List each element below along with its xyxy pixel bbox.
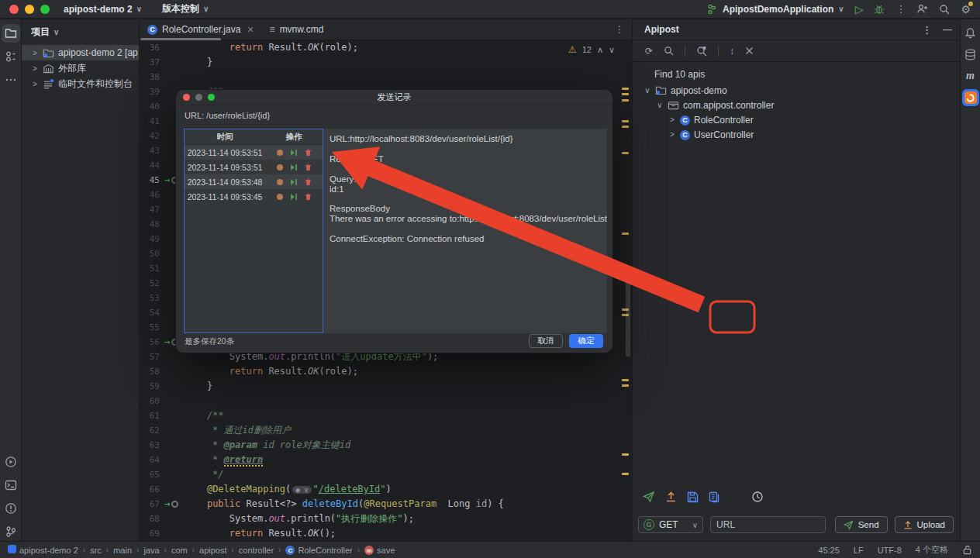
record-status-icon[interactable] xyxy=(277,164,283,170)
close-tab-icon[interactable]: ✕ xyxy=(247,25,254,35)
line-number[interactable]: 60 xyxy=(140,394,160,408)
delete-record-icon[interactable] xyxy=(305,178,312,186)
chevron-right-icon[interactable]: > xyxy=(31,49,39,57)
line-number[interactable]: 51 xyxy=(140,261,160,276)
inspections-widget[interactable]: ⚠ 12 ∧ ∨ xyxy=(568,44,615,55)
tab-mvnw-cmd[interactable]: ≡ mvnw.cmd xyxy=(262,19,332,40)
line-number[interactable]: 64 xyxy=(140,453,160,467)
cancel-button[interactable]: 取消 xyxy=(529,334,563,348)
line-number[interactable]: 56 xyxy=(140,335,160,350)
breadcrumb-item[interactable]: src xyxy=(90,546,102,555)
line-number[interactable]: 68 xyxy=(140,512,160,526)
code-line[interactable]: 37 } xyxy=(140,55,632,70)
api-tree-item[interactable]: >CRoleController xyxy=(633,112,960,127)
replay-icon[interactable] xyxy=(290,193,298,201)
code-line[interactable]: 65 */ xyxy=(140,467,632,482)
project-toolwindow-button[interactable] xyxy=(2,24,20,43)
code-text[interactable]: } xyxy=(185,379,212,394)
chevron-right-icon[interactable]: > xyxy=(668,115,676,124)
code-line[interactable]: 58 return Result.OK(role); xyxy=(140,364,632,379)
line-number[interactable]: 61 xyxy=(140,408,160,423)
run-toolwindow-button[interactable] xyxy=(2,453,20,471)
line-number[interactable]: 58 xyxy=(140,364,160,379)
dialog-zoom-button[interactable] xyxy=(208,94,215,101)
vcs-menu[interactable]: 版本控制 ∨ xyxy=(162,2,209,16)
line-number[interactable]: 37 xyxy=(140,55,160,70)
run-line-arrow-icon[interactable]: → xyxy=(164,497,170,512)
breadcrumb-item[interactable]: java xyxy=(143,546,159,555)
upload-button[interactable]: Upload xyxy=(895,516,954,533)
panel-options-menu[interactable]: ⋮ xyxy=(922,24,932,36)
line-number[interactable]: 66 xyxy=(140,482,160,497)
code-text[interactable]: return Result.OK(role); xyxy=(185,40,358,55)
send-button[interactable]: Send xyxy=(835,516,888,533)
code-text[interactable]: return Result.OK(); xyxy=(185,526,336,541)
line-number[interactable]: 57 xyxy=(140,350,160,364)
code-text[interactable]: * @return xyxy=(185,453,263,467)
code-text[interactable]: */ xyxy=(185,467,224,482)
vcs-toolwindow-button[interactable] xyxy=(2,522,20,541)
refresh-icon[interactable]: ⟳ xyxy=(645,46,653,57)
breadcrumb-item[interactable]: com xyxy=(171,546,188,555)
record-status-icon[interactable] xyxy=(277,150,283,156)
line-number[interactable]: 36 xyxy=(140,40,160,55)
project-selector[interactable]: apipost-demo 2 ∨ xyxy=(64,4,142,15)
breadcrumb-item[interactable]: controller xyxy=(239,546,274,555)
maximize-window-button[interactable] xyxy=(40,5,50,14)
code-text[interactable]: @DeleteMapping(◉ ∨"/deleteById") xyxy=(185,482,392,497)
breadcrumb-item[interactable]: apipost xyxy=(199,546,226,555)
replay-icon[interactable] xyxy=(290,178,298,186)
code-line[interactable]: 36 return Result.OK(role); xyxy=(140,40,632,55)
run-button[interactable]: ▷ xyxy=(855,4,864,15)
locate-api-icon[interactable] xyxy=(696,46,707,57)
history-row[interactable]: 2023-11-14 09:53:51 xyxy=(185,145,323,160)
history-row[interactable]: 2023-11-14 09:53:45 xyxy=(185,189,323,204)
line-number[interactable]: 45 xyxy=(140,173,160,188)
expand-all-icon[interactable]: ↕ xyxy=(730,46,734,57)
code-line[interactable]: 38 xyxy=(140,70,632,84)
line-number[interactable]: 69 xyxy=(140,526,160,541)
url-input[interactable]: URL xyxy=(710,516,826,533)
code-line[interactable]: 62 * 通过id删除用户 xyxy=(140,423,632,438)
line-number[interactable]: 53 xyxy=(140,291,160,305)
code-text[interactable]: public Result<?> deleteById(@RequestPara… xyxy=(185,497,504,512)
breadcrumb-item[interactable]: CRoleController xyxy=(285,545,352,556)
search-icon[interactable] xyxy=(939,4,950,15)
breadcrumb-item[interactable]: main xyxy=(113,546,132,555)
chevron-down-icon[interactable]: ∨ xyxy=(644,86,651,95)
code-text[interactable]: return Result.OK(role); xyxy=(185,364,358,379)
line-number[interactable]: 67 xyxy=(140,497,160,512)
database-toolwindow-button[interactable] xyxy=(962,46,979,63)
problems-toolwindow-button[interactable] xyxy=(2,499,20,518)
line-number[interactable]: 65 xyxy=(140,467,160,482)
line-number[interactable]: 49 xyxy=(140,232,160,246)
chevron-right-icon[interactable]: > xyxy=(668,130,676,139)
chevron-down-icon[interactable]: ∨ xyxy=(656,101,664,109)
code-line[interactable]: 61 /** xyxy=(140,408,632,423)
code-line[interactable]: 68 System.out.println("执行删除操作"); xyxy=(140,512,632,526)
line-ending[interactable]: LF xyxy=(854,546,864,555)
line-number[interactable]: 63 xyxy=(140,438,160,453)
code-line[interactable]: 64 * @return xyxy=(140,453,632,467)
ok-button[interactable]: 确定 xyxy=(569,334,603,348)
line-number[interactable]: 55 xyxy=(140,320,160,335)
project-tree-item[interactable]: >apipost-demo 2 [ap xyxy=(22,45,139,60)
collapse-all-icon[interactable] xyxy=(745,46,754,55)
apipost-send-gutter-icon[interactable] xyxy=(171,501,178,508)
line-number[interactable]: 46 xyxy=(140,188,160,202)
method-select[interactable]: G GET ∨ xyxy=(638,516,703,533)
line-number[interactable]: 43 xyxy=(140,143,160,158)
chevron-right-icon[interactable]: > xyxy=(31,64,39,73)
line-number[interactable]: 48 xyxy=(140,217,160,232)
terminal-toolwindow-button[interactable] xyxy=(2,476,20,494)
api-tree-item[interactable]: ∨com.apipost.controller xyxy=(633,98,960,112)
api-tree-item[interactable]: ∨apipost-demo xyxy=(633,83,960,98)
file-encoding[interactable]: UTF-8 xyxy=(878,546,902,555)
line-number[interactable]: 38 xyxy=(140,70,160,84)
more-toolwindows-button[interactable] xyxy=(2,71,20,89)
tab-options-menu[interactable]: ⋮ xyxy=(615,24,632,35)
next-problem-icon[interactable]: ∨ xyxy=(609,45,615,55)
api-tree-item[interactable]: >CUserController xyxy=(633,127,960,142)
record-status-icon[interactable] xyxy=(277,194,283,200)
code-text[interactable]: } xyxy=(185,55,212,70)
